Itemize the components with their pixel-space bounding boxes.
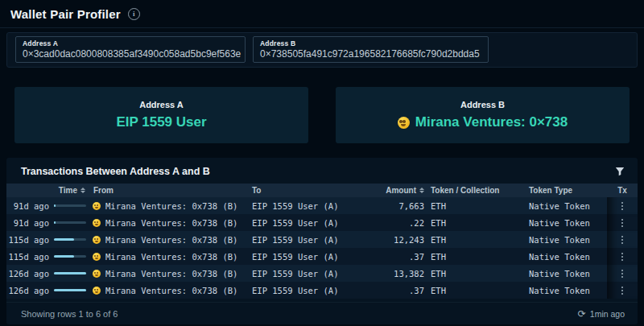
time-text: 115d ago [8,252,49,262]
address-a-input-value[interactable]: 0×3cad0dac0800808385af3490c058ad5bc9ef56… [23,48,238,60]
address-inputs-panel: Address A 0×3cad0dac0800808385af3490c058… [6,32,638,68]
to-address-link[interactable]: EIP 1559 User (A) [246,286,366,295]
from-address-link[interactable]: Mirana Ventures: 0x738 (B) [87,252,246,262]
token-type: Native Token [522,286,607,295]
from-label: Mirana Ventures: 0x738 (B) [105,252,237,262]
time-bar [54,204,86,207]
nerd-face-emoji [398,117,410,129]
tx-cell [607,248,638,265]
time-text: 126d ago [8,269,49,279]
token-symbol: ETH [424,218,522,228]
column-header-label: From [93,186,114,195]
tx-menu-icon[interactable] [617,284,627,297]
token-type: Native Token [522,218,607,228]
address-a-card-label: Address A [139,100,184,109]
column-header-token-type: Token Type [522,186,607,195]
column-header-token: Token / Collection [424,186,522,195]
tx-menu-icon[interactable] [617,233,627,246]
from-address-link[interactable]: Mirana Ventures: 0x738 (B) [87,201,246,211]
table-row[interactable]: 126d agoMirana Ventures: 0x738 (B)EIP 15… [6,265,638,282]
address-b-card-label: Address B [460,100,505,109]
time-text: 91d ago [14,201,49,211]
column-header-label: Token / Collection [431,186,499,195]
amount-value: 13,382 [366,269,424,279]
nerd-face-emoji [93,270,101,278]
table-body: 91d agoMirana Ventures: 0x738 (B)EIP 155… [6,197,638,299]
sort-icon[interactable] [80,188,85,193]
nerd-face-emoji [93,202,101,210]
amount-value: .37 [366,252,424,262]
address-a-input-label: Address A [23,39,238,47]
from-label: Mirana Ventures: 0x738 (B) [105,218,237,228]
from-address-link[interactable]: Mirana Ventures: 0x738 (B) [87,235,246,245]
address-b-input-value[interactable]: 0×738505fa491c972a196582176685fc790d2bdd… [260,48,481,60]
time-cell: 126d ago [6,269,87,279]
to-address-link[interactable]: EIP 1559 User (A) [246,235,366,245]
tx-cell [607,231,638,248]
filter-icon[interactable] [615,167,625,176]
time-bar [54,238,86,241]
token-symbol: ETH [424,269,522,279]
address-a-card: Address A EIP 1559 User [14,87,308,143]
from-address-link[interactable]: Mirana Ventures: 0x738 (B) [87,218,246,228]
table-row[interactable]: 126d agoMirana Ventures: 0x738 (B)EIP 15… [6,282,638,299]
column-header-label: To [252,186,261,195]
column-header-to: To [246,186,366,195]
address-b-input-label: Address B [260,39,481,47]
table-row[interactable]: 115d agoMirana Ventures: 0x738 (B)EIP 15… [6,231,638,248]
tx-menu-icon[interactable] [617,250,627,263]
from-address-link[interactable]: Mirana Ventures: 0x738 (B) [87,286,246,295]
address-a-card-value[interactable]: EIP 1559 User [116,114,206,130]
time-text: 115d ago [8,235,49,245]
to-address-link[interactable]: EIP 1559 User (A) [246,201,366,211]
address-b-card-value[interactable]: Mirana Ventures: 0×738 [398,114,568,130]
transactions-title: Transactions Between Address A and B [21,166,210,177]
transactions-header: Transactions Between Address A and B [6,158,638,184]
time-bar [54,289,86,291]
token-symbol: ETH [424,235,522,245]
amount-value: .37 [366,286,424,295]
amount-value: 12,243 [366,235,424,245]
time-cell: 115d ago [6,235,87,245]
address-b-input[interactable]: Address B 0×738505fa491c972a196582176685… [253,36,489,63]
page-header: Wallet Pair Profiler i [0,0,644,27]
table-row[interactable]: 91d agoMirana Ventures: 0x738 (B)EIP 155… [6,197,638,214]
tx-cell [607,282,638,299]
time-bar [54,272,86,274]
token-symbol: ETH [424,286,522,295]
table-row[interactable]: 115d agoMirana Ventures: 0x738 (B)EIP 15… [6,248,638,265]
info-icon[interactable]: i [128,8,140,20]
amount-value: 7,663 [366,201,424,211]
address-b-card-value-text: Mirana Ventures: 0×738 [415,114,568,130]
refresh-icon[interactable]: ⟳ [578,309,586,319]
from-address-link[interactable]: Mirana Ventures: 0x738 (B) [87,269,246,279]
tx-menu-icon[interactable] [617,217,627,229]
last-updated[interactable]: ⟳ 1min ago [578,309,625,319]
tx-cell [607,214,638,231]
to-address-link[interactable]: EIP 1559 User (A) [246,252,366,262]
token-symbol: ETH [424,252,522,262]
column-header-label: Amount [386,186,416,195]
to-address-link[interactable]: EIP 1559 User (A) [246,269,366,279]
transactions-panel: Transactions Between Address A and B Tim… [6,158,638,324]
time-bar [54,221,86,224]
page-title: Wallet Pair Profiler [10,7,121,21]
time-cell: 126d ago [6,286,87,295]
to-address-link[interactable]: EIP 1559 User (A) [246,218,366,228]
tx-cell [607,197,638,214]
table-row[interactable]: 91d agoMirana Ventures: 0x738 (B)EIP 155… [6,214,638,231]
time-bar [54,255,86,258]
token-type: Native Token [522,269,607,279]
column-header-amount[interactable]: Amount [366,186,424,195]
address-b-card: Address B Mirana Ventures: 0×738 [336,87,630,143]
time-text: 91d ago [14,218,49,228]
time-text: 126d ago [8,286,49,295]
tx-menu-icon[interactable] [617,200,627,213]
column-header-from: From [87,186,246,195]
token-symbol: ETH [424,201,522,211]
from-label: Mirana Ventures: 0x738 (B) [105,201,237,211]
column-header-time[interactable]: Time [6,186,87,195]
tx-menu-icon[interactable] [617,267,627,280]
column-header-label: Time [59,186,77,195]
address-a-input[interactable]: Address A 0×3cad0dac0800808385af3490c058… [15,36,246,63]
